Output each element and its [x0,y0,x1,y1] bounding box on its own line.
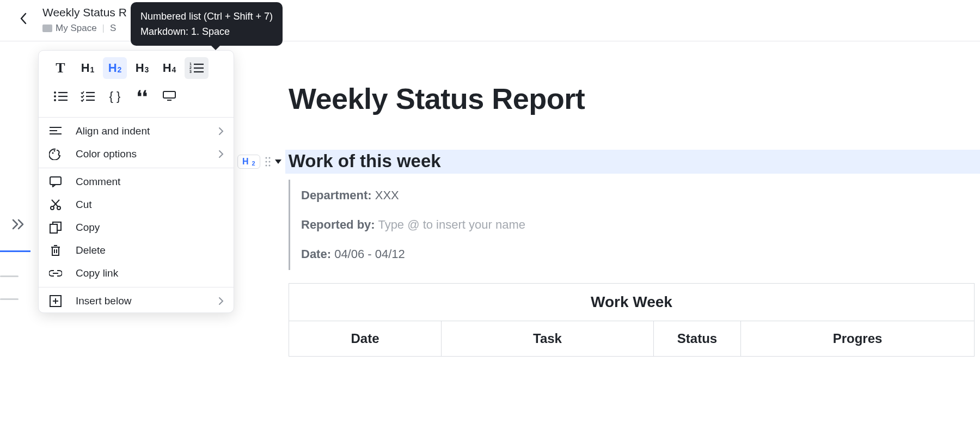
table-title-row: Work Week [289,284,975,321]
outline-row [0,275,19,277]
breadcrumb-separator: | [102,23,105,34]
h3-button[interactable]: H3 [130,57,154,79]
folder-icon [42,24,52,32]
divider [39,287,234,287]
title-block: Weekly Status R My Space | S [42,4,127,34]
svg-point-21 [54,150,56,152]
date-value[interactable]: 04/06 - 04/12 [334,247,405,261]
breadcrumb-next[interactable]: S [110,23,116,34]
svg-rect-22 [50,177,61,185]
numbered-list-icon: 1 2 3 [189,62,204,74]
svg-text:2: 2 [189,66,192,70]
back-button[interactable] [16,11,32,26]
checklist-icon [81,91,95,102]
svg-point-8 [54,95,56,97]
svg-point-36 [268,165,270,167]
document-body[interactable]: Weekly Status Report [289,82,980,115]
cut-label: Cut [76,199,224,211]
h2-text[interactable]: Work of this week [289,151,441,171]
doc-title[interactable]: Weekly Status R [42,4,127,21]
text-button[interactable]: T [48,57,72,79]
copy-link-item[interactable]: Copy link [39,262,234,285]
color-options-item[interactable]: Color options [39,143,234,166]
drag-handle-icon[interactable] [265,156,271,167]
tooltip-line1: Numbered list (Ctrl + Shift + 7) [140,9,273,24]
svg-rect-27 [50,224,57,233]
quote-line-reported[interactable]: Reported by: Type @ to insert your name [301,210,525,240]
block-format-popup: T H1 H2 H3 H4 1 2 3 [38,50,234,313]
delete-item[interactable]: Delete [39,239,234,262]
breadcrumb-folder[interactable]: My Space [42,23,97,34]
copy-item[interactable]: Copy [39,216,234,239]
comment-label: Comment [76,176,224,188]
svg-text:1: 1 [189,62,192,66]
chevron-right-icon [218,127,224,136]
h1-button[interactable]: H1 [76,57,100,79]
svg-point-10 [54,99,56,101]
svg-text:3: 3 [189,70,192,73]
h4-button[interactable]: H4 [157,57,181,79]
callout-icon [163,91,176,102]
divider [39,168,234,168]
h2-highlight[interactable]: Work of this week [285,150,980,174]
format-row-1: T H1 H2 H3 H4 1 2 3 [39,51,234,82]
col-date[interactable]: Date [289,321,442,357]
reported-by-placeholder[interactable]: Type @ to insert your name [378,218,525,231]
chevron-right-icon [218,150,224,158]
link-icon [48,269,63,277]
align-indent-item[interactable]: Align and indent [39,120,234,143]
scissors-icon [48,199,63,211]
svg-point-20 [52,152,54,154]
chevron-right-icon [218,297,224,305]
department-value[interactable]: XXX [375,188,399,202]
h2-button[interactable]: H2 [103,57,127,79]
bullet-list-button[interactable] [48,85,72,107]
copy-link-label: Copy link [76,267,224,279]
quote-line-date[interactable]: Date: 04/06 - 04/12 [301,240,525,269]
double-chevron-right-icon [11,218,26,231]
outline-row [0,298,19,300]
numbered-list-button[interactable]: 1 2 3 [185,57,209,79]
cut-item[interactable]: Cut [39,193,234,216]
callout-button[interactable] [157,85,181,107]
svg-rect-15 [163,91,175,98]
color-options-label: Color options [76,148,205,160]
insert-below-label: Insert below [76,295,205,307]
svg-point-33 [265,161,267,163]
quote-block[interactable]: Department: XXX Reported by: Type @ to i… [289,180,525,270]
expand-sidebar-button[interactable] [11,218,26,231]
tooltip-line2: Markdown: 1. Space [140,24,273,39]
align-indent-label: Align and indent [76,125,205,137]
date-label: Date: [301,247,331,261]
svg-point-6 [54,91,56,94]
quote-line-department[interactable]: Department: XXX [301,181,525,210]
delete-label: Delete [76,244,224,256]
col-progress[interactable]: Progres [741,321,975,357]
h2-type-badge[interactable]: H2 [237,155,260,169]
checklist-button[interactable] [76,85,100,107]
quote-button[interactable]: ❛❛ [130,85,154,107]
copy-icon [48,222,63,234]
collapse-caret-icon[interactable] [274,158,282,165]
svg-point-32 [268,157,270,159]
align-icon [48,126,63,136]
comment-icon [48,176,63,187]
work-week-table[interactable]: Work Week Date Task Status Progres [289,283,975,357]
col-status[interactable]: Status [654,321,741,357]
insert-below-item[interactable]: Insert below [39,290,234,312]
active-tab-indicator [0,250,30,252]
palette-icon [48,148,63,160]
breadcrumb: My Space | S [42,23,127,34]
copy-label: Copy [76,222,224,234]
comment-item[interactable]: Comment [39,170,234,193]
department-label: Department: [301,188,372,202]
divider [39,117,234,118]
code-block-button[interactable]: { } [103,85,127,107]
col-task[interactable]: Task [442,321,654,357]
page-title[interactable]: Weekly Status Report [289,82,980,115]
breadcrumb-folder-label: My Space [56,23,97,34]
format-row-2: { } ❛❛ [39,82,234,115]
reported-by-label: Reported by: [301,218,375,231]
table-caption[interactable]: Work Week [289,284,975,321]
bullet-list-icon [53,91,68,102]
